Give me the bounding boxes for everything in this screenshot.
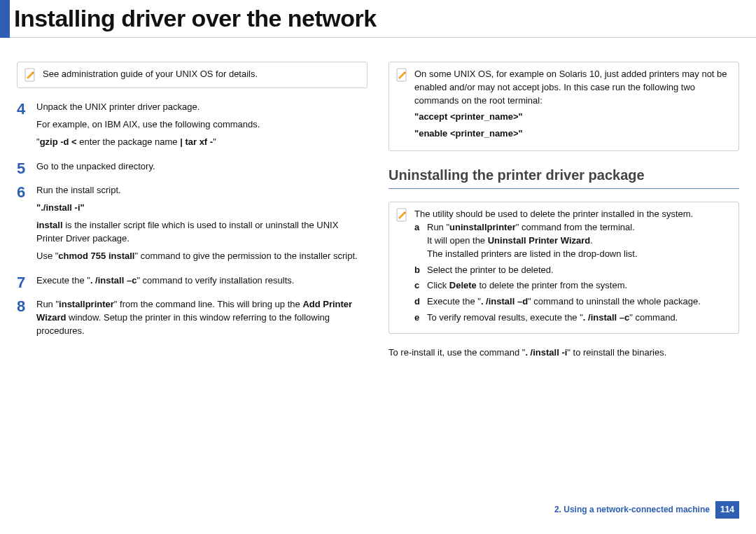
step4-command: "gzip -d < enter the package name | tar …: [36, 136, 368, 149]
substep-body: Run "uninstallprinter" command from the …: [427, 221, 732, 261]
chapter-label: 2. Using a network-connected machine: [554, 504, 710, 516]
substep-letter: c: [414, 279, 427, 293]
note-icon: [396, 208, 407, 222]
right-column: On some UNIX OS, for example on Solaris …: [388, 62, 739, 360]
substep-a: a Run "uninstallprinter" command from th…: [414, 221, 732, 261]
step-number: 8: [17, 298, 36, 315]
substep-b: b Select the printer to be deleted.: [414, 264, 732, 277]
note-uninstall: The utility should be used to delete the…: [388, 202, 739, 334]
title-accent: [0, 0, 10, 38]
step-7: 7 Execute the ". /install –c" command to…: [17, 274, 368, 292]
substep-letter: e: [414, 311, 427, 325]
page-title: Installing driver over the network: [14, 1, 377, 36]
substep-letter: a: [414, 221, 427, 261]
step7-text: Execute the ". /install –c" command to v…: [36, 274, 368, 288]
substep-body: Execute the ". /install –d" command to u…: [427, 295, 732, 309]
note-icon: [396, 68, 407, 82]
step4-line1: Unpack the UNIX printer driver package.: [36, 101, 368, 114]
page-number: 114: [715, 501, 739, 519]
uninstall-steps: a Run "uninstallprinter" command from th…: [414, 221, 732, 325]
step6-desc: install is the installer script file whi…: [36, 219, 368, 246]
note-solaris-text: On some UNIX OS, for example on Solaris …: [414, 68, 732, 108]
substep-d: d Execute the ". /install –d" command to…: [414, 295, 732, 309]
heading-rule: [388, 188, 739, 189]
step5-line1: Go to the unpacked directory.: [36, 160, 368, 174]
page-footer: 2. Using a network-connected machine 114: [554, 501, 739, 519]
step4-line2: For example, on IBM AIX, use the followi…: [36, 118, 368, 132]
note-solaris: On some UNIX OS, for example on Solaris …: [388, 62, 739, 151]
uninstall-heading: Uninstalling the printer driver package: [388, 165, 739, 185]
step-4: 4 Unpack the UNIX printer driver package…: [17, 101, 368, 153]
step-5: 5 Go to the unpacked directory.: [17, 160, 368, 178]
left-column: See administration guide of your UNIX OS…: [17, 62, 368, 360]
cmd-enable: "enable <printer_name>": [414, 127, 732, 141]
substep-body: Select the printer to be deleted.: [427, 264, 732, 277]
step8-text: Run "installprinter" from the command li…: [36, 298, 368, 338]
step-body: Go to the unpacked directory.: [36, 160, 368, 178]
substep-letter: d: [414, 295, 427, 309]
step-number: 5: [17, 160, 36, 177]
step-number: 6: [17, 184, 36, 201]
note-unix-admin: See administration guide of your UNIX OS…: [17, 62, 368, 88]
step6-perm: Use "chmod 755 install" command to give …: [36, 250, 368, 263]
step-body: Unpack the UNIX printer driver package. …: [36, 101, 368, 153]
note-text: On some UNIX OS, for example on Solaris …: [414, 68, 732, 145]
step-6: 6 Run the install script. "./install -i"…: [17, 184, 368, 267]
substep-body: Click Delete to delete the printer from …: [427, 279, 732, 293]
step6-command: "./install -i": [36, 202, 368, 215]
step6-line1: Run the install script.: [36, 184, 368, 197]
substep-e: e To verify removal results, execute the…: [414, 311, 732, 325]
step-number: 4: [17, 101, 36, 118]
step-body: Execute the ". /install –c" command to v…: [36, 274, 368, 292]
substep-body: To verify removal results, execute the "…: [427, 311, 732, 325]
note-icon: [24, 68, 36, 82]
step-8: 8 Run "installprinter" from the command …: [17, 298, 368, 342]
step-body: Run "installprinter" from the command li…: [36, 298, 368, 342]
note-text: The utility should be used to delete the…: [414, 208, 732, 328]
content-columns: See administration guide of your UNIX OS…: [0, 41, 756, 360]
cmd-accept: "accept <printer_name>": [414, 111, 732, 124]
substep-c: c Click Delete to delete the printer fro…: [414, 279, 732, 293]
uninstall-intro: The utility should be used to delete the…: [414, 208, 732, 221]
title-bar: Installing driver over the network: [0, 0, 756, 38]
step-body: Run the install script. "./install -i" i…: [36, 184, 368, 267]
substep-letter: b: [414, 264, 427, 277]
note-text: See administration guide of your UNIX OS…: [43, 68, 360, 81]
step-number: 7: [17, 274, 36, 291]
reinstall-text: To re-install it, use the command ". /in…: [388, 346, 739, 360]
